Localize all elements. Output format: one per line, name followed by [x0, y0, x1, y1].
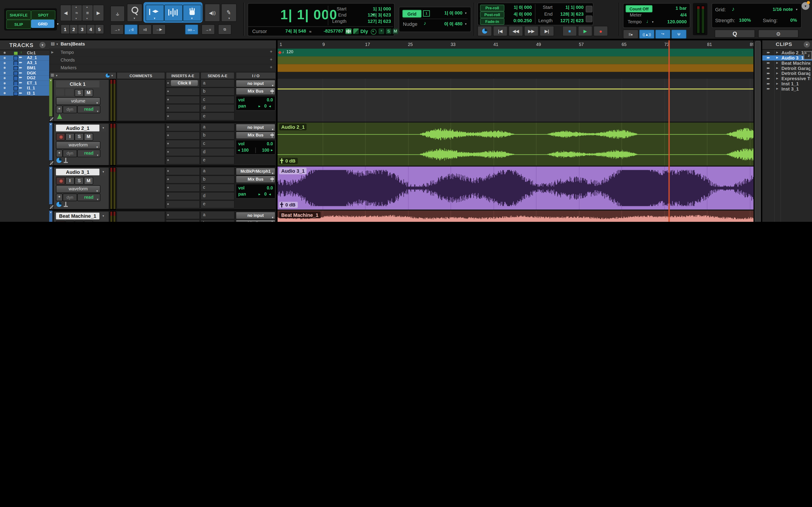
- track-list-item-A2_1[interactable]: ▶▶A2_1: [0, 55, 49, 60]
- track-name-dropdown-icon[interactable]: ▼: [100, 213, 106, 219]
- ruler-markers-label[interactable]: Markers: [60, 65, 77, 70]
- send-slot[interactable]: e: [201, 156, 235, 165]
- sel-start-value[interactable]: 1| 1| 000: [348, 6, 391, 11]
- mute-button[interactable]: M: [84, 221, 93, 222]
- track-enable-dot[interactable]: [4, 77, 6, 79]
- clip-expand-icon[interactable]: ▶: [776, 87, 778, 90]
- clip-expand-icon[interactable]: ▶: [776, 61, 778, 64]
- track-enable-dot[interactable]: [4, 92, 6, 94]
- clip-expand-icon[interactable]: ▶: [776, 51, 778, 54]
- edit-mode-shuffle[interactable]: SHUFFLE: [6, 10, 31, 20]
- clip-list-item[interactable]: ▶▶▶Inst 1_1: [762, 81, 812, 87]
- swing-value[interactable]: 0%: [782, 18, 797, 23]
- mirrored-midi-button[interactable]: ⧉: [218, 24, 231, 35]
- track-list-item-I3_1[interactable]: ▶▶I3_1: [0, 91, 49, 96]
- track-view-selector[interactable]: waveform▼: [56, 141, 101, 149]
- record-enable-button[interactable]: [56, 133, 65, 140]
- clip-expand-icon[interactable]: ▶: [776, 66, 778, 69]
- play-button[interactable]: ▶: [578, 26, 593, 36]
- track-name[interactable]: Beat Machine_1: [56, 213, 99, 219]
- send-slot[interactable]: e: [201, 200, 235, 209]
- quantize-button[interactable]: Q: [715, 30, 755, 38]
- input-selector[interactable]: no input▼: [236, 80, 275, 88]
- clip-waveform-Audio 3_1[interactable]: [277, 167, 754, 210]
- fadein-value[interactable]: 0:00.250: [505, 18, 532, 23]
- track-lane-Click 1[interactable]: [277, 78, 754, 121]
- input-monitor-button[interactable]: I: [65, 221, 74, 222]
- markers-add-button[interactable]: +: [270, 65, 272, 70]
- pan-tool-button[interactable]: ↔ ↕: [110, 6, 125, 22]
- clip-waveform-Beat Machine_1[interactable]: [277, 211, 754, 222]
- rewind-button[interactable]: ◀◀: [509, 26, 523, 36]
- track-name-dropdown-icon[interactable]: ▼: [100, 169, 106, 175]
- send-slot[interactable]: a: [201, 79, 235, 88]
- clip-expand-icon[interactable]: ▶: [776, 71, 778, 74]
- track-height-icon[interactable]: ▥: [51, 73, 54, 77]
- insert-slot[interactable]: [166, 88, 200, 96]
- automation-follows-edit-button[interactable]: oo→: [185, 24, 198, 35]
- clock-icon[interactable]: [56, 158, 62, 163]
- automation-mode-button[interactable]: read▼: [77, 193, 101, 201]
- track-collapse-icon[interactable]: ▼: [49, 167, 52, 170]
- clip-list-item[interactable]: ▶▶▶Expressive Trumpet_1: [762, 76, 812, 81]
- grid-value[interactable]: 1| 0| 000: [430, 10, 462, 16]
- clip-expand-icon[interactable]: ▶: [776, 82, 778, 85]
- send-slot[interactable]: a: [201, 123, 235, 131]
- bars-ruler[interactable]: 1917253341495765738189: [277, 40, 754, 49]
- clip-waveform-Audio 2_1[interactable]: [277, 123, 754, 166]
- automation-mode-button[interactable]: read▼: [77, 150, 101, 157]
- automation-star-button[interactable]: *: [56, 150, 63, 157]
- comments-column-header[interactable]: COMMENTS: [116, 72, 165, 79]
- track-enable-dot[interactable]: [4, 72, 6, 74]
- go-to-end-button[interactable]: ▶|: [540, 26, 554, 36]
- timeline-area[interactable]: 1917253341495765738189 ♩120 Audio 2_10 d…: [277, 40, 754, 222]
- track-header-Audio 3_1[interactable]: ▼Audio 3_1▼ISMwaveform▼*dynread▼abcdeMcB…: [49, 167, 275, 211]
- track-header-Beat Machine_1[interactable]: ▼Beat Machine_1▼ISMwaveform▼*dynread▼abc…: [49, 211, 275, 222]
- input-selector[interactable]: no input▼: [236, 124, 275, 131]
- clip-gain-badge[interactable]: 0 dB: [279, 202, 298, 208]
- clip-list-item[interactable]: ▶▶▶Inst 3_1: [762, 87, 812, 92]
- fast-forward-button[interactable]: ▶▶: [524, 26, 539, 36]
- chords-add-button[interactable]: +: [270, 57, 272, 62]
- trim-tool-button[interactable]: ◀▶ ▼: [145, 5, 164, 21]
- send-slot[interactable]: b: [201, 175, 235, 184]
- track-name[interactable]: Audio 3_1: [56, 169, 99, 175]
- clip-list-item[interactable]: ▶▶▶Detroit Garage Kit: [762, 66, 812, 71]
- comments-cell[interactable]: [116, 123, 165, 165]
- insert-slot[interactable]: [166, 211, 200, 220]
- send-slot[interactable]: b: [201, 88, 235, 96]
- postroll-chip[interactable]: Post-roll: [480, 11, 504, 18]
- solo-button[interactable]: S: [74, 177, 84, 185]
- t-length-value[interactable]: 127| 2| 623: [554, 18, 583, 23]
- selector-tool-button[interactable]: [164, 5, 183, 21]
- edit-mode-slip[interactable]: SLIP: [6, 20, 31, 29]
- insert-slot[interactable]: [166, 167, 200, 175]
- send-slot[interactable]: d: [201, 104, 235, 112]
- insert-slot[interactable]: [166, 183, 200, 192]
- track-collapse-icon[interactable]: ▼: [49, 79, 52, 82]
- tempo-label[interactable]: Tempo: [627, 19, 642, 24]
- solo-button[interactable]: S: [74, 133, 84, 140]
- track-enable-dot[interactable]: [4, 67, 6, 69]
- layered-editing-button[interactable]: →≡: [201, 24, 215, 35]
- mute-button[interactable]: M: [84, 177, 93, 185]
- insert-slot[interactable]: [166, 219, 200, 222]
- output-selector[interactable]: Mix Bus: [236, 219, 275, 222]
- preroll-value[interactable]: 1| 0| 000: [505, 5, 532, 10]
- track-lane-Audio 2_1[interactable]: Audio 2_10 dB: [277, 123, 754, 166]
- link-timeline-edit-button[interactable]: ↓↑‖: [124, 24, 138, 35]
- nudge-value[interactable]: 0| 0| 480: [430, 21, 462, 26]
- clip-list-item[interactable]: ▶▶▶Beat Machine_1: [762, 60, 812, 66]
- solo-indicator[interactable]: S: [386, 29, 392, 34]
- track-collapse-icon[interactable]: ▼: [49, 211, 52, 214]
- track-name[interactable]: Audio 2_1: [56, 125, 99, 131]
- record-enable-button[interactable]: [56, 221, 65, 222]
- track-lane-Audio 3_1[interactable]: Audio 3_10 dB: [277, 167, 754, 210]
- star-chip-icon[interactable]: *: [378, 29, 384, 34]
- track-list-item-Clc1[interactable]: ↓Clc1: [0, 50, 49, 55]
- insert-slot[interactable]: [166, 175, 200, 184]
- clip-list-item[interactable]: ▶▶▶Detroit Garage Kit_2: [762, 71, 812, 76]
- insert-slot[interactable]: [166, 104, 200, 112]
- clips-sort-az-icon[interactable]: a z: [804, 51, 812, 60]
- track-header-Click 1[interactable]: ▼Click 1SMvolume▼*dynread▼Click IIabcden…: [49, 78, 275, 122]
